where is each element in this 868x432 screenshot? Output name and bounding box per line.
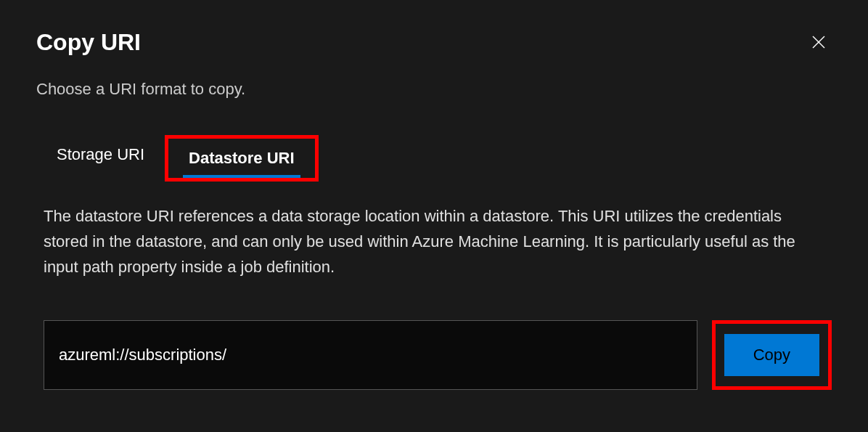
uri-row: Copy <box>36 320 832 390</box>
close-icon <box>810 33 827 51</box>
copy-button[interactable]: Copy <box>724 334 819 376</box>
copy-button-highlight: Copy <box>712 320 832 390</box>
close-button[interactable] <box>806 29 832 58</box>
tab-description: The datastore URI references a data stor… <box>36 203 832 280</box>
uri-input[interactable] <box>44 320 697 390</box>
tab-storage-uri[interactable]: Storage URI <box>36 135 165 182</box>
dialog-title: Copy URI <box>36 29 141 56</box>
tab-datastore-uri[interactable]: Datastore URI <box>168 139 314 178</box>
dialog-subtitle: Choose a URI format to copy. <box>36 80 832 99</box>
tab-datastore-highlight: Datastore URI <box>165 135 318 182</box>
uri-format-tabs: Storage URI Datastore URI <box>36 135 832 182</box>
